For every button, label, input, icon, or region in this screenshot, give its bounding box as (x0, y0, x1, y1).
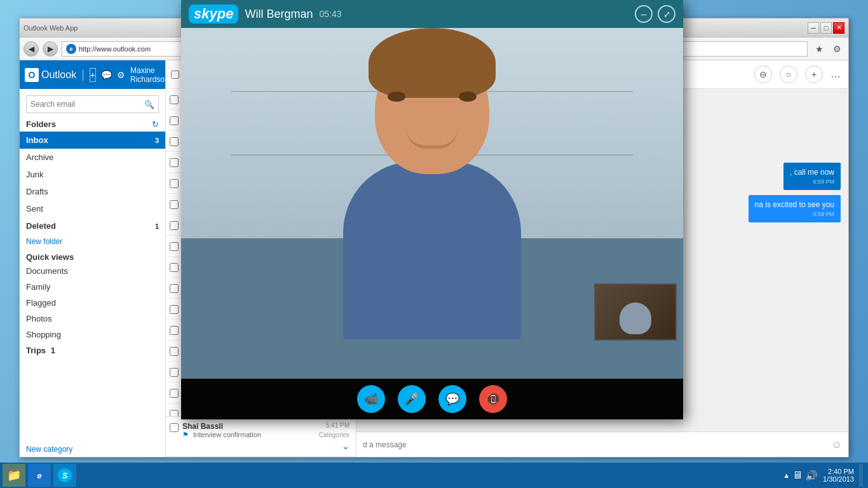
outlook-title-label: Outlook (41, 69, 76, 81)
outlook-o-icon: O (25, 68, 39, 82)
settings-gear-icon[interactable]: ⚙ (117, 70, 125, 80)
email-checkbox[interactable] (170, 305, 179, 314)
back-button[interactable]: ◀ (24, 41, 39, 57)
tray-show-hidden[interactable]: ▲ (783, 471, 790, 479)
minimize-button[interactable]: ─ (808, 22, 819, 34)
self-view-thumbnail (594, 283, 677, 341)
taskbar-left: 📁 e S (0, 464, 76, 487)
window-title: Outlook Web App (24, 24, 78, 32)
close-button[interactable]: ✕ (833, 22, 844, 34)
email-checkbox[interactable] (170, 200, 179, 209)
add-person-button[interactable]: + (805, 65, 823, 83)
call-controls: 📹 🎤 💬 📵 (181, 379, 683, 419)
caller-name: Will Bergman (245, 8, 313, 21)
chat-icon[interactable]: 💬 (101, 70, 112, 80)
email-checkbox[interactable] (170, 158, 179, 167)
chat-bubble-sent1: , call me now 6:59 PM (783, 163, 841, 190)
volume-icon[interactable]: 🔊 (805, 470, 818, 482)
folder-junk[interactable]: Junk (20, 166, 165, 183)
ie-taskbar-icon[interactable]: e (28, 464, 51, 487)
sidebar: O Outlook | + 💬 ⚙ Maxine Richardson 🔍 (20, 60, 166, 457)
folder-archive[interactable]: Archive (20, 149, 165, 166)
quick-view-documents[interactable]: Documents (20, 263, 165, 279)
skype-logo: skype (189, 4, 238, 24)
video-toggle-button[interactable]: 📹 (357, 385, 385, 413)
outlook-header: O Outlook | + 💬 ⚙ Maxine Richardson (20, 60, 165, 89)
folders-label: Folders (26, 119, 56, 129)
email-checkbox-shai[interactable] (170, 423, 179, 432)
user-name-label: Maxine Richardson (130, 66, 166, 84)
folders-header: Folders ↻ (20, 117, 165, 132)
email-item-shai[interactable]: Shai Bassli ⚑ Interview confirmation 5:4… (166, 416, 356, 457)
end-call-button[interactable]: 📵 (479, 385, 507, 413)
phone-button[interactable]: ○ (780, 65, 797, 83)
show-desktop-button[interactable] (859, 464, 863, 487)
call-duration: 05:43 (319, 9, 341, 19)
skype-restore-button[interactable]: ⤢ (658, 5, 675, 23)
mute-button[interactable]: 🎤 (398, 385, 426, 413)
email-checkbox[interactable] (170, 347, 179, 356)
email-checkbox[interactable] (170, 137, 179, 146)
new-email-button[interactable]: + (90, 68, 96, 82)
person-hair (369, 28, 496, 98)
person-eyes (388, 92, 477, 102)
folder-deleted[interactable]: Deleted 1 (20, 217, 165, 234)
taskbar: 📁 e S ▲ 🖥 🔊 2:40 PM 1/30/2013 (0, 463, 868, 488)
skype-titlebar: skype Will Bergman 05:43 ─ ⤢ (181, 0, 683, 28)
skype-taskbar-icon[interactable]: S (53, 464, 76, 487)
scroll-down-icon[interactable]: ⌄ (342, 441, 349, 451)
person-smile (407, 130, 458, 149)
chat-input[interactable] (363, 440, 827, 449)
maximize-button[interactable]: □ (820, 22, 832, 34)
skype-video-area (181, 28, 683, 379)
email-checkbox[interactable] (170, 263, 179, 272)
email-checkbox[interactable] (170, 389, 179, 398)
quick-view-trips[interactable]: Trips 1 (20, 342, 165, 358)
person-head (375, 47, 489, 174)
forward-button[interactable]: ▶ (43, 41, 58, 57)
quick-view-family[interactable]: Family (20, 279, 165, 295)
quick-view-flagged[interactable]: Flagged (20, 295, 165, 311)
quick-view-photos[interactable]: Photos (20, 311, 165, 327)
more-options-button[interactable]: … (831, 69, 841, 80)
video-call-button[interactable]: ⊖ (754, 65, 772, 83)
chat-button[interactable]: 💬 (438, 385, 466, 413)
favorites-icon[interactable]: ★ (811, 41, 827, 57)
taskbar-clock[interactable]: 2:40 PM 1/30/2013 (823, 468, 854, 483)
ie-icon: e (66, 44, 76, 54)
skype-minimize-button[interactable]: ─ (635, 5, 653, 23)
chat-input-bar: ☺ (356, 431, 848, 457)
folder-sent[interactable]: Sent (20, 200, 165, 217)
search-box[interactable]: 🔍 (26, 95, 159, 113)
email-checkbox[interactable] (170, 221, 179, 230)
new-category-link[interactable]: New category (20, 442, 165, 457)
email-checkbox[interactable] (170, 116, 179, 125)
emoji-button[interactable]: ☺ (832, 439, 842, 451)
new-folder-link[interactable]: New folder (20, 234, 165, 248)
outlook-logo: O Outlook (25, 68, 76, 82)
search-icon[interactable]: 🔍 (144, 100, 154, 109)
select-all-checkbox[interactable] (171, 71, 179, 79)
email-checkbox[interactable] (170, 284, 179, 293)
email-checkbox[interactable] (170, 242, 179, 251)
refresh-icon[interactable]: ↻ (152, 119, 159, 129)
folder-drafts[interactable]: Drafts (20, 183, 165, 200)
folder-list: Inbox 3 Archive Junk Drafts Sent Deleted (20, 132, 165, 234)
quick-view-shopping[interactable]: Shopping (20, 327, 165, 342)
email-checkbox[interactable] (170, 368, 179, 377)
person-body (343, 161, 521, 339)
network-icon: 🖥 (792, 470, 803, 481)
skype-overlay: skype Will Bergman 05:43 ─ ⤢ (181, 0, 683, 419)
email-checkbox[interactable] (170, 326, 179, 335)
folder-inbox[interactable]: Inbox 3 (20, 132, 165, 149)
email-checkbox[interactable] (170, 95, 179, 104)
taskbar-right: ▲ 🖥 🔊 2:40 PM 1/30/2013 (783, 464, 868, 487)
file-explorer-taskbar-icon[interactable]: 📁 (3, 464, 25, 487)
quick-views-header: Quick views (20, 248, 165, 263)
settings-icon[interactable]: ⚙ (829, 41, 844, 57)
chat-bubble-sent2: na is excited to see you 6:59 PM (749, 195, 841, 222)
email-checkbox[interactable] (170, 179, 179, 188)
video-person (337, 47, 527, 339)
search-input[interactable] (31, 100, 144, 109)
